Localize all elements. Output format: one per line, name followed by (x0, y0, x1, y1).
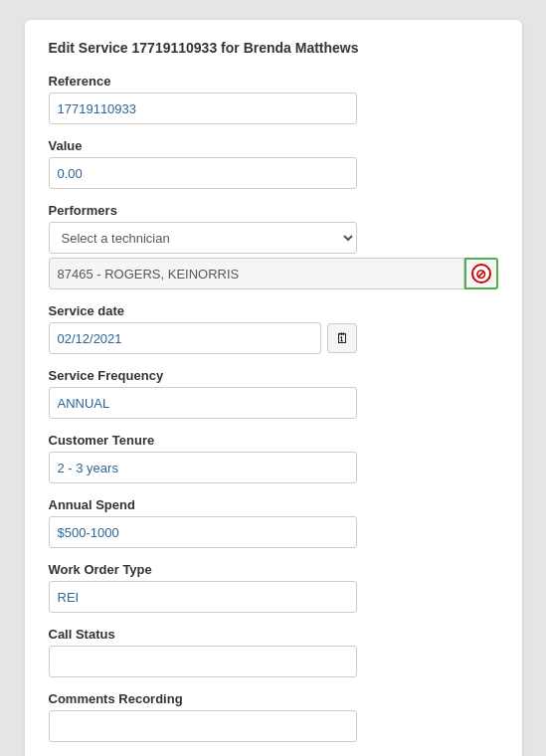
value-group: Value (49, 138, 498, 189)
calendar-icon: 🗓 (335, 330, 349, 346)
service-date-input[interactable] (49, 322, 321, 354)
service-frequency-value: ANNUAL (49, 387, 357, 419)
performers-group: Performers Select a technician ⊘ (49, 203, 498, 289)
remove-icon: ⊘ (471, 264, 491, 284)
reference-label: Reference (49, 74, 498, 89)
remove-performer-button[interactable]: ⊘ (464, 258, 498, 289)
annual-spend-label: Annual Spend (49, 497, 498, 512)
service-date-group: Service date 🗓 (49, 303, 498, 354)
value-label: Value (49, 138, 498, 153)
technician-select[interactable]: Select a technician (49, 222, 357, 254)
annual-spend-group: Annual Spend $500-1000 (49, 497, 498, 548)
comments-recording-group: Comments Recording (49, 691, 498, 742)
customer-tenure-value: 2 - 3 years (49, 452, 357, 483)
comments-recording-label: Comments Recording (49, 691, 498, 706)
performer-input[interactable] (49, 258, 464, 289)
page-title: Edit Service 17719110933 for Brenda Matt… (49, 40, 498, 56)
call-status-label: Call Status (49, 627, 498, 642)
service-frequency-group: Service Frequency ANNUAL (49, 368, 498, 419)
edit-service-form: Edit Service 17719110933 for Brenda Matt… (25, 20, 522, 756)
service-date-label: Service date (49, 303, 498, 318)
call-status-group: Call Status (49, 627, 498, 677)
performers-label: Performers (49, 203, 498, 218)
customer-tenure-label: Customer Tenure (49, 433, 498, 448)
customer-tenure-group: Customer Tenure 2 - 3 years (49, 433, 498, 483)
annual-spend-value: $500-1000 (49, 516, 357, 548)
work-order-type-group: Work Order Type REI (49, 562, 498, 613)
performer-row: ⊘ (49, 258, 498, 289)
call-status-value (49, 646, 357, 677)
reference-group: Reference (49, 74, 498, 124)
work-order-type-value: REI (49, 581, 357, 613)
calendar-button[interactable]: 🗓 (327, 323, 357, 353)
service-frequency-label: Service Frequency (49, 368, 498, 383)
value-input[interactable] (49, 157, 357, 189)
work-order-type-label: Work Order Type (49, 562, 498, 577)
comments-recording-value (49, 710, 357, 742)
reference-input[interactable] (49, 93, 357, 124)
date-row: 🗓 (49, 322, 357, 354)
